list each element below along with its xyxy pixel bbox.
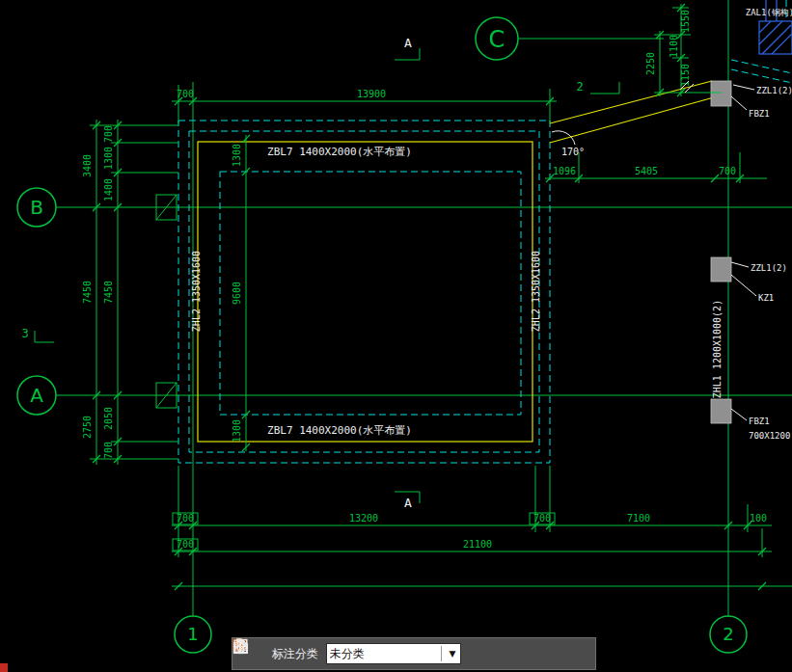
dim-text: 700 bbox=[177, 513, 194, 524]
section-mark-top: A bbox=[395, 36, 420, 60]
dimension-texts: 700 13900 3400 7450 2750 700 1300 1400 7… bbox=[82, 10, 767, 550]
dim-text: 1150 bbox=[680, 64, 691, 87]
zzl1-mid-label: ZZL1(2) bbox=[751, 263, 787, 273]
dim-text: 5405 bbox=[635, 166, 658, 176]
copy-button[interactable] bbox=[533, 641, 557, 666]
axis-label: 2 bbox=[576, 80, 583, 94]
beam-lines bbox=[198, 81, 714, 442]
zal1-label: ZAL1(钢构) bbox=[746, 8, 792, 17]
grid-bubble-A: A bbox=[17, 376, 56, 415]
kz1-label: KZ1 bbox=[758, 293, 774, 303]
dim-text: 1400 bbox=[103, 178, 114, 202]
dim-text: 7450 bbox=[103, 281, 114, 304]
annotation-toolbar: 标注分类 未分类 ▼ bbox=[232, 637, 596, 670]
corner-red-fragment bbox=[0, 663, 8, 672]
fbz1-top-label: FBZ1 bbox=[749, 109, 770, 119]
category-dropdown[interactable]: 未分类 ▼ bbox=[326, 643, 462, 664]
dim-text: 700 bbox=[103, 442, 114, 459]
beam-label-zhl1: ZHL1 1200X1000(2) bbox=[712, 300, 723, 398]
dim-text: 7100 bbox=[627, 513, 650, 524]
zzl1-top-label: ZZL1(2) bbox=[756, 86, 792, 95]
edit-annotation-button[interactable] bbox=[469, 641, 493, 666]
grid-label-1: 1 bbox=[187, 624, 198, 644]
dim-text: 1300 bbox=[103, 147, 114, 170]
category-dropdown-value: 未分类 bbox=[330, 646, 437, 662]
angle-label: 170° bbox=[561, 147, 585, 157]
section-mark-bottom: A bbox=[395, 492, 420, 510]
dim-text: 1550 bbox=[680, 10, 691, 33]
grid-label-b: B bbox=[30, 196, 43, 219]
chevron-down-icon[interactable]: ▼ bbox=[447, 649, 457, 659]
grid-label-c: C bbox=[489, 26, 505, 53]
dim-text: 1300 bbox=[232, 144, 242, 167]
beam-label-left: ZHL2 1350X1600 bbox=[191, 251, 202, 332]
section-letter: A bbox=[404, 496, 412, 510]
dim-text: 2750 bbox=[82, 416, 93, 439]
dim-text: 21100 bbox=[463, 539, 492, 550]
move-button[interactable] bbox=[501, 641, 525, 666]
grid-bubble-C: C bbox=[476, 17, 518, 60]
paste-button[interactable] bbox=[563, 641, 587, 666]
cad-canvas[interactable]: 700 13900 3400 7450 2750 700 1300 1400 7… bbox=[0, 0, 792, 672]
wall-outlines bbox=[178, 60, 792, 463]
grid-bubble-2: 2 bbox=[710, 616, 747, 653]
dim-text: 700 bbox=[177, 539, 194, 550]
grid-bubble-B: B bbox=[17, 188, 56, 227]
beam-label-bottom: ZBL7 1400X2000(水平布置) bbox=[267, 424, 412, 437]
dim-text: 2050 bbox=[103, 407, 114, 430]
dim-text: 700 bbox=[719, 166, 736, 176]
dim-text: 3400 bbox=[82, 154, 93, 177]
fbz1-size-label: 700X1200 bbox=[749, 431, 790, 441]
dropdown-divider bbox=[441, 646, 442, 661]
dim-text: 13200 bbox=[349, 513, 378, 524]
dim-text: 7450 bbox=[82, 281, 93, 304]
dim-text: 700 bbox=[533, 513, 551, 524]
dim-text: 100 bbox=[750, 513, 767, 524]
paste-icon bbox=[232, 638, 249, 655]
dim-text: 13900 bbox=[357, 89, 386, 99]
wall-piers bbox=[156, 195, 177, 408]
dim-text: 1100 bbox=[669, 35, 679, 58]
axis-marker-2: 2 bbox=[576, 80, 619, 94]
grid-label-2: 2 bbox=[723, 624, 733, 644]
fbz1-bottom-label: FBZ1 bbox=[749, 417, 770, 426]
category-label: 标注分类 bbox=[272, 646, 318, 662]
dim-text: 700 bbox=[177, 89, 194, 99]
axis-marker-3: 3 bbox=[21, 327, 54, 342]
beam-label-right: ZHL2 1350X1600 bbox=[531, 251, 541, 332]
dim-text: 9600 bbox=[232, 282, 242, 305]
dim-text: 1096 bbox=[553, 166, 576, 176]
grid-label-a: A bbox=[30, 384, 43, 407]
dim-text: 2250 bbox=[645, 52, 656, 75]
dim-text: 1300 bbox=[232, 419, 242, 443]
section-letter: A bbox=[404, 36, 412, 50]
beam-label-top: ZBL7 1400X2000(水平布置) bbox=[267, 146, 412, 158]
cad-window: 700 13900 3400 7450 2750 700 1300 1400 7… bbox=[0, 0, 792, 672]
annotation-labels: ZBL7 1400X2000(水平布置) ZBL7 1400X2000(水平布置… bbox=[191, 81, 792, 441]
axis-label: 3 bbox=[21, 327, 28, 340]
dim-text: 700 bbox=[103, 125, 114, 143]
steel-detail: ZAL1(钢构) bbox=[746, 0, 792, 54]
grid-bubble-1: 1 bbox=[175, 616, 211, 653]
